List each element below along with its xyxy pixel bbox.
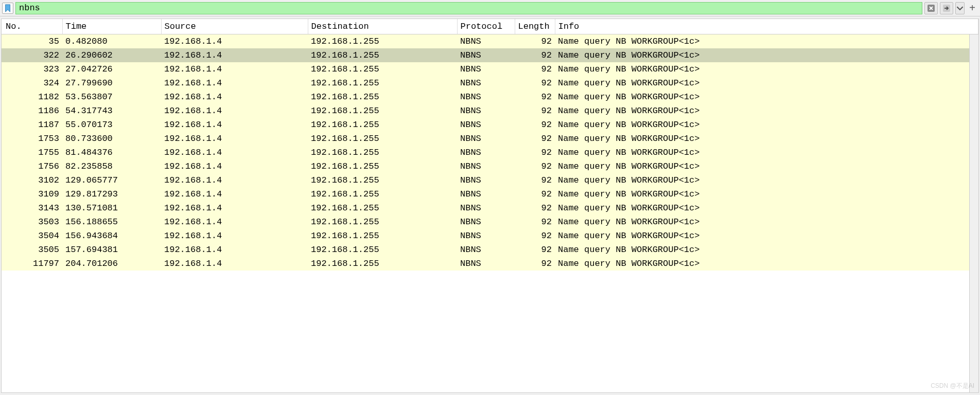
cell-no: 3503 — [2, 215, 62, 229]
cell-destination: 192.168.1.255 — [308, 257, 457, 271]
cell-info: Name query NB WORKGROUP<1c> — [555, 215, 978, 229]
cell-time: 27.799690 — [62, 76, 161, 90]
col-header-protocol[interactable]: Protocol — [457, 19, 515, 34]
packet-rows: 350.482080192.168.1.4192.168.1.255NBNS92… — [2, 34, 978, 271]
table-row[interactable]: 32226.290602192.168.1.4192.168.1.255NBNS… — [2, 48, 978, 62]
cell-length: 92 — [515, 104, 555, 118]
cell-length: 92 — [515, 229, 555, 243]
cell-source: 192.168.1.4 — [161, 257, 308, 271]
cell-length: 92 — [515, 76, 555, 90]
cell-protocol: NBNS — [457, 90, 515, 104]
cell-length: 92 — [515, 146, 555, 159]
col-header-info[interactable]: Info — [555, 19, 978, 34]
vertical-scrollbar[interactable] — [969, 34, 978, 392]
table-row[interactable]: 11797204.701206192.168.1.4192.168.1.255N… — [2, 257, 978, 271]
table-row[interactable]: 175380.733600192.168.1.4192.168.1.255NBN… — [2, 132, 978, 146]
table-row[interactable]: 32327.042726192.168.1.4192.168.1.255NBNS… — [2, 62, 978, 76]
table-row[interactable]: 32427.799690192.168.1.4192.168.1.255NBNS… — [2, 76, 978, 90]
cell-source: 192.168.1.4 — [161, 34, 308, 49]
filter-bookmark-button[interactable] — [2, 3, 13, 14]
col-header-length[interactable]: Length — [515, 19, 555, 34]
add-filter-button[interactable]: + — [967, 2, 978, 14]
cell-source: 192.168.1.4 — [161, 229, 308, 243]
cell-source: 192.168.1.4 — [161, 132, 308, 146]
cell-source: 192.168.1.4 — [161, 243, 308, 257]
packet-list-pane: No. Time Source Destination Protocol Len… — [1, 19, 979, 393]
cell-protocol: NBNS — [457, 187, 515, 201]
table-row[interactable]: 118253.563807192.168.1.4192.168.1.255NBN… — [2, 90, 978, 104]
table-row[interactable]: 175581.484376192.168.1.4192.168.1.255NBN… — [2, 146, 978, 159]
cell-destination: 192.168.1.255 — [308, 243, 457, 257]
cell-destination: 192.168.1.255 — [308, 118, 457, 132]
cell-protocol: NBNS — [457, 48, 515, 62]
cell-protocol: NBNS — [457, 201, 515, 215]
cell-time: 82.235858 — [62, 159, 161, 173]
cell-time: 156.188655 — [62, 215, 161, 229]
chevron-down-icon — [956, 5, 964, 12]
table-row[interactable]: 3504156.943684192.168.1.4192.168.1.255NB… — [2, 229, 978, 243]
table-row[interactable]: 350.482080192.168.1.4192.168.1.255NBNS92… — [2, 34, 978, 49]
cell-protocol: NBNS — [457, 159, 515, 173]
apply-filter-button[interactable] — [940, 2, 953, 14]
cell-length: 92 — [515, 257, 555, 271]
cell-source: 192.168.1.4 — [161, 201, 308, 215]
cell-info: Name query NB WORKGROUP<1c> — [555, 76, 978, 90]
cell-destination: 192.168.1.255 — [308, 201, 457, 215]
close-icon — [927, 5, 935, 12]
cell-destination: 192.168.1.255 — [308, 62, 457, 76]
cell-no: 322 — [2, 48, 62, 62]
cell-time: 204.701206 — [62, 257, 161, 271]
cell-destination: 192.168.1.255 — [308, 146, 457, 159]
table-row[interactable]: 3143130.571081192.168.1.4192.168.1.255NB… — [2, 201, 978, 215]
cell-no: 1753 — [2, 132, 62, 146]
display-filter-bar: + — [0, 0, 980, 16]
cell-destination: 192.168.1.255 — [308, 34, 457, 49]
cell-info: Name query NB WORKGROUP<1c> — [555, 187, 978, 201]
table-row[interactable]: 3102129.065777192.168.1.4192.168.1.255NB… — [2, 173, 978, 187]
col-header-no[interactable]: No. — [2, 19, 62, 34]
cell-source: 192.168.1.4 — [161, 159, 308, 173]
cell-protocol: NBNS — [457, 118, 515, 132]
cell-destination: 192.168.1.255 — [308, 159, 457, 173]
cell-no: 35 — [2, 34, 62, 49]
cell-no: 3109 — [2, 187, 62, 201]
table-row[interactable]: 3109129.817293192.168.1.4192.168.1.255NB… — [2, 187, 978, 201]
col-header-source[interactable]: Source — [161, 19, 308, 34]
cell-time: 129.817293 — [62, 187, 161, 201]
cell-source: 192.168.1.4 — [161, 187, 308, 201]
cell-protocol: NBNS — [457, 257, 515, 271]
cell-length: 92 — [515, 118, 555, 132]
cell-protocol: NBNS — [457, 173, 515, 187]
clear-filter-button[interactable] — [924, 2, 938, 14]
cell-length: 92 — [515, 62, 555, 76]
table-row[interactable]: 118654.317743192.168.1.4192.168.1.255NBN… — [2, 104, 978, 118]
cell-info: Name query NB WORKGROUP<1c> — [555, 62, 978, 76]
cell-protocol: NBNS — [457, 34, 515, 49]
table-row[interactable]: 3505157.694381192.168.1.4192.168.1.255NB… — [2, 243, 978, 257]
cell-no: 3143 — [2, 201, 62, 215]
cell-info: Name query NB WORKGROUP<1c> — [555, 132, 978, 146]
display-filter-input[interactable] — [15, 2, 922, 14]
cell-destination: 192.168.1.255 — [308, 215, 457, 229]
packet-table-header: No. Time Source Destination Protocol Len… — [2, 19, 978, 34]
cell-length: 92 — [515, 48, 555, 62]
col-header-time[interactable]: Time — [62, 19, 161, 34]
cell-source: 192.168.1.4 — [161, 76, 308, 90]
cell-length: 92 — [515, 173, 555, 187]
table-row[interactable]: 3503156.188655192.168.1.4192.168.1.255NB… — [2, 215, 978, 229]
cell-no: 1187 — [2, 118, 62, 132]
cell-time: 156.943684 — [62, 229, 161, 243]
cell-length: 92 — [515, 243, 555, 257]
table-row[interactable]: 175682.235858192.168.1.4192.168.1.255NBN… — [2, 159, 978, 173]
cell-destination: 192.168.1.255 — [308, 187, 457, 201]
col-header-destination[interactable]: Destination — [308, 19, 457, 34]
filter-history-button[interactable] — [955, 2, 965, 14]
cell-info: Name query NB WORKGROUP<1c> — [555, 104, 978, 118]
cell-destination: 192.168.1.255 — [308, 76, 457, 90]
cell-info: Name query NB WORKGROUP<1c> — [555, 243, 978, 257]
cell-time: 54.317743 — [62, 104, 161, 118]
packet-table: No. Time Source Destination Protocol Len… — [2, 19, 978, 271]
cell-source: 192.168.1.4 — [161, 146, 308, 159]
cell-length: 92 — [515, 187, 555, 201]
table-row[interactable]: 118755.070173192.168.1.4192.168.1.255NBN… — [2, 118, 978, 132]
